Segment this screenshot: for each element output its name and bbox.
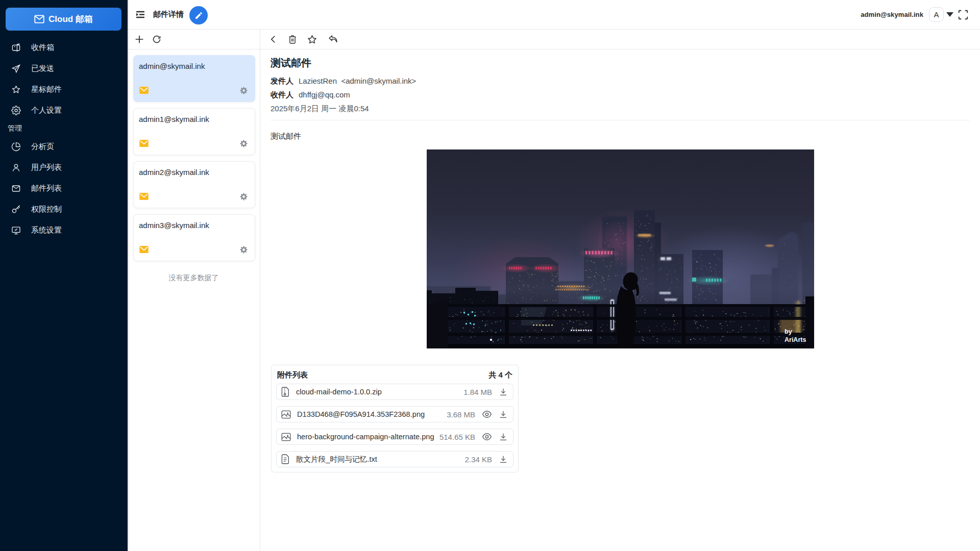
svg-text:by: by [785, 328, 792, 335]
svg-text:AriArts: AriArts [785, 336, 806, 343]
